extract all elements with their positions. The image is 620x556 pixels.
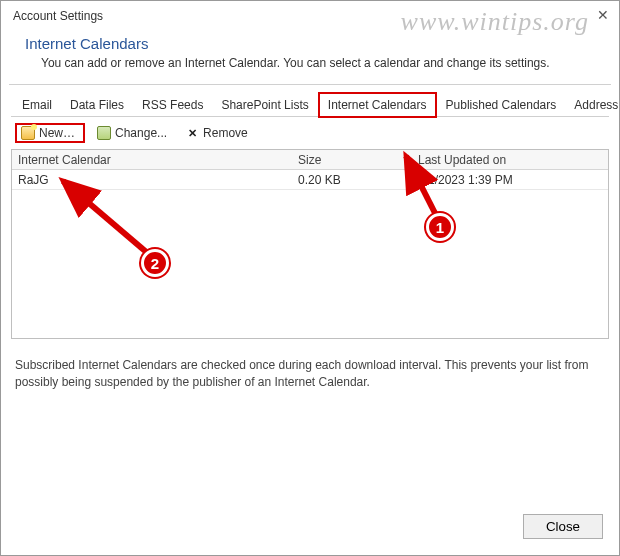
tab-email[interactable]: Email	[13, 93, 61, 117]
change-button[interactable]: Change...	[91, 124, 173, 142]
list-header: Internet Calendar Size Last Updated on	[12, 150, 608, 170]
tab-rss-feeds[interactable]: RSS Feeds	[133, 93, 212, 117]
divider	[9, 84, 611, 85]
change-icon	[97, 126, 111, 140]
cell-size: 0.20 KB	[298, 173, 418, 187]
footer-note: Subscribed Internet Calendars are checke…	[11, 339, 609, 391]
new-button[interactable]: New…	[15, 123, 85, 143]
cell-name: RaJG	[18, 173, 298, 187]
table-row[interactable]: RaJG 0.20 KB 5/1/2023 1:39 PM	[12, 170, 608, 190]
tab-internet-calendars[interactable]: Internet Calendars	[318, 92, 437, 118]
col-size[interactable]: Size	[298, 153, 418, 167]
tab-data-files[interactable]: Data Files	[61, 93, 133, 117]
remove-icon: ✕	[185, 126, 199, 140]
toolbar: New… Change... ✕ Remove	[11, 117, 609, 149]
tab-address-books[interactable]: Address Books	[565, 93, 620, 117]
new-icon	[21, 126, 35, 140]
col-internet-calendar[interactable]: Internet Calendar	[18, 153, 298, 167]
tab-published-calendars[interactable]: Published Calendars	[437, 93, 566, 117]
calendar-list[interactable]: Internet Calendar Size Last Updated on R…	[11, 149, 609, 339]
close-button[interactable]: Close	[523, 514, 603, 539]
section-description: You can add or remove an Internet Calend…	[1, 54, 619, 84]
tab-sharepoint-lists[interactable]: SharePoint Lists	[212, 93, 317, 117]
remove-button[interactable]: ✕ Remove	[179, 124, 254, 142]
tab-bar: Email Data Files RSS Feeds SharePoint Li…	[11, 91, 609, 117]
close-icon[interactable]: ✕	[597, 7, 609, 23]
remove-button-label: Remove	[203, 126, 248, 140]
section-title: Internet Calendars	[1, 27, 619, 54]
new-button-label: New…	[39, 126, 75, 140]
cell-updated: 5/1/2023 1:39 PM	[418, 173, 602, 187]
col-last-updated[interactable]: Last Updated on	[418, 153, 602, 167]
change-button-label: Change...	[115, 126, 167, 140]
window-title: Account Settings	[1, 1, 619, 27]
